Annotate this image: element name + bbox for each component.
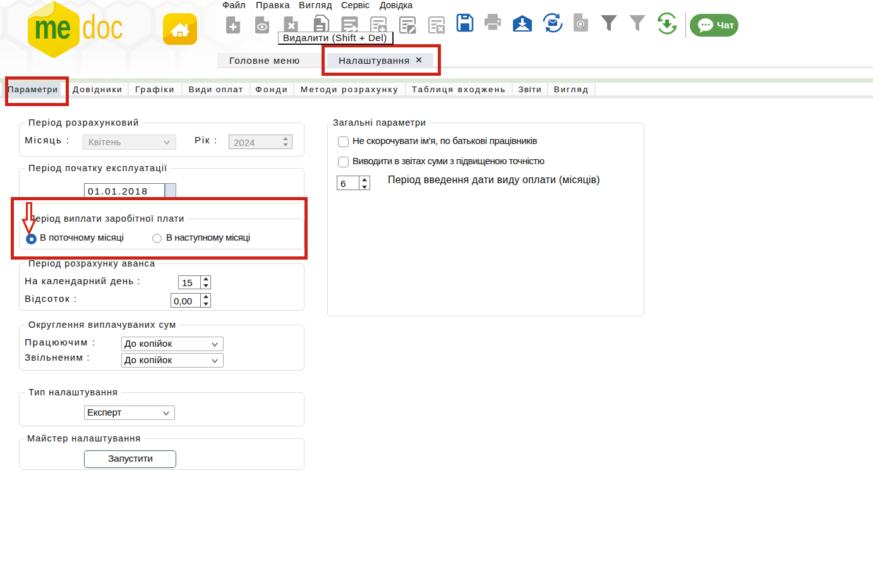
- svg-text:me: me: [34, 8, 70, 45]
- svg-text:doc: doc: [82, 8, 123, 46]
